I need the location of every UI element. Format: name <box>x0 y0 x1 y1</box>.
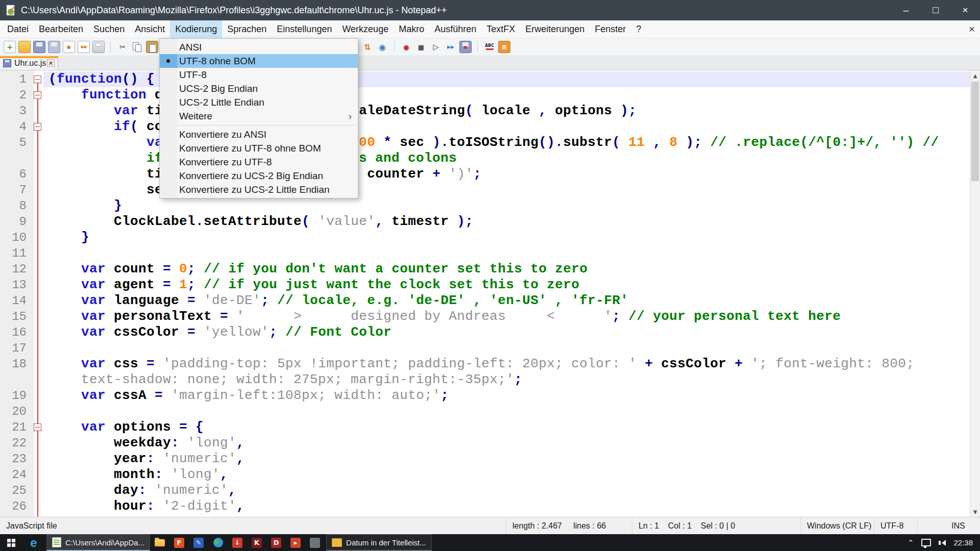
editor[interactable]: 1(function() {2 function displayTime() {… <box>0 70 980 517</box>
close-button[interactable]: × <box>950 0 980 20</box>
tool-app-icon[interactable] <box>305 534 325 551</box>
close-document-icon[interactable]: × <box>969 23 975 35</box>
menu-einstellungen[interactable]: Einstellungen <box>272 20 337 38</box>
d-app-icon[interactable]: D <box>266 534 286 551</box>
code-row[interactable]: 10 } <box>0 230 980 245</box>
menu-item-konvertiere-zu-ansi[interactable]: Konvertiere zu ANSI <box>160 128 358 141</box>
stop-macro-icon[interactable]: ■ <box>415 41 427 53</box>
save-all-icon[interactable] <box>48 41 60 53</box>
menu-werkzeuge[interactable]: Werkzeuge <box>337 20 394 38</box>
menu-item-konvertiere-zu-utf-8[interactable]: Konvertiere zu UTF-8 <box>160 155 358 169</box>
menu-item-weitere[interactable]: Weitere› <box>160 109 358 123</box>
code-row[interactable]: 25 day: 'numeric', <box>0 483 980 498</box>
taskbar-window-notepadpp[interactable]: C:\Users\Andi\AppDa... <box>46 534 150 551</box>
copy-icon[interactable] <box>131 41 143 53</box>
firefox-icon[interactable]: F <box>169 534 189 551</box>
menu-[interactable]: ? <box>631 20 646 38</box>
code-row[interactable]: 26 hour: '2-digit', <box>0 498 980 514</box>
menu-item-konvertiere-zu-ucs-2-little-endian[interactable]: Konvertiere zu UCS-2 Little Endian <box>160 183 358 196</box>
menu-textfx[interactable]: TextFX <box>481 20 520 38</box>
pen-app-icon[interactable]: ✎ <box>189 534 208 551</box>
menu-fenster[interactable]: Fenster <box>590 20 631 38</box>
menu-item-ucs-2-little-endian[interactable]: UCS-2 Little Endian <box>160 95 358 109</box>
code-row[interactable]: 6 timestr = timestr + ' (' + counter + '… <box>0 166 980 182</box>
scroll-down-icon[interactable]: ▼ <box>970 507 980 517</box>
minimize-button[interactable]: – <box>891 0 921 20</box>
run-macro-multiple-icon[interactable]: ▶▶ <box>445 41 457 53</box>
new-file-icon[interactable]: + <box>4 41 16 53</box>
code-row[interactable]: 24 month: 'long', <box>0 467 980 483</box>
tab-close-icon[interactable]: × <box>47 59 55 67</box>
code-row[interactable]: 18 var css = 'padding-top: 5px !importan… <box>0 356 980 372</box>
volume-icon[interactable] <box>939 540 946 546</box>
start-button[interactable] <box>0 534 22 551</box>
status-encoding[interactable]: UTF-8 <box>874 517 918 534</box>
status-eol-format[interactable]: Windows (CR LF) <box>801 517 874 534</box>
save-macro-icon[interactable]: ● <box>459 41 472 53</box>
code-row[interactable]: 21 var options = { <box>0 419 980 435</box>
code-row[interactable]: 15 var personalText = ' > designed by An… <box>0 309 980 324</box>
menu-suchen[interactable]: Suchen <box>88 20 130 38</box>
media-app-icon[interactable]: ▸ <box>286 534 305 551</box>
menu-ausf-hren[interactable]: Ausführen <box>429 20 481 38</box>
taskbar-window-datum[interactable]: Datum in der Titelleist... <box>326 534 432 551</box>
code-row[interactable]: if you want to strip zeroes and colons <box>0 151 980 166</box>
download-icon[interactable]: ↓ <box>228 534 247 551</box>
record-macro-icon[interactable]: ● <box>400 41 412 53</box>
cut-icon[interactable]: ✂ <box>116 41 129 53</box>
open-file-icon[interactable] <box>18 41 31 53</box>
code-row[interactable]: 7 sec = sec + 1; <box>0 182 980 198</box>
menu-bearbeiten[interactable]: Bearbeiten <box>34 20 88 38</box>
code-row[interactable]: 5 var timestr = new Date( 1000 * sec ).t… <box>0 135 980 151</box>
code-row[interactable]: 8 } <box>0 198 980 214</box>
print-icon[interactable] <box>92 41 105 53</box>
folder-icon[interactable] <box>150 534 169 551</box>
code-row[interactable]: 4 if( count == 1 ) { <box>0 119 980 135</box>
vertical-scrollbar[interactable]: ▲ ▼ <box>970 70 980 517</box>
code-row[interactable]: 12 var count = 0; // if you don't want a… <box>0 261 980 277</box>
close-file-icon[interactable]: ● <box>63 41 75 53</box>
k-app-icon[interactable]: K <box>247 534 266 551</box>
code-row[interactable]: 11 <box>0 245 980 261</box>
globe-icon[interactable] <box>208 534 228 551</box>
menu-item-ucs-2-big-endian[interactable]: UCS-2 Big Endian <box>160 82 358 95</box>
code-row[interactable]: text-shadow: none; width: 275px; margin-… <box>0 372 980 388</box>
taskbar-clock[interactable]: 22:38 <box>953 538 973 547</box>
spell-check-icon[interactable]: ABC <box>483 41 496 53</box>
code-row[interactable]: 19 var cssA = 'margin-left:108px; width:… <box>0 388 980 404</box>
save-icon[interactable] <box>33 41 45 53</box>
code-row[interactable]: 22 weekday: 'long', <box>0 435 980 451</box>
fold-collapse-icon[interactable] <box>34 76 41 83</box>
menu-makro[interactable]: Makro <box>394 20 429 38</box>
fold-collapse-icon[interactable] <box>34 123 41 131</box>
fold-collapse-icon[interactable] <box>34 423 41 431</box>
menu-ansicht[interactable]: Ansicht <box>130 20 170 38</box>
paste-icon[interactable] <box>146 41 158 53</box>
menu-item-konvertiere-zu-ucs-2-big-endian[interactable]: Konvertiere zu UCS-2 Big Endian <box>160 169 358 183</box>
sync-scroll-icon[interactable]: ⇅ <box>361 41 374 53</box>
code-row[interactable]: 14 var language = 'de-DE'; // locale, e.… <box>0 293 980 309</box>
close-all-icon[interactable]: ●● <box>78 41 90 53</box>
fold-collapse-icon[interactable] <box>34 91 41 99</box>
all-chars-icon[interactable]: ◉ <box>376 41 388 53</box>
network-icon[interactable] <box>921 539 931 546</box>
tab-uhr-uc-js[interactable]: Uhr.uc.js × <box>0 56 58 70</box>
menu-sprachen[interactable]: Sprachen <box>222 20 272 38</box>
code-row[interactable]: 13 var agent = 1; // if you just want th… <box>0 277 980 293</box>
maximize-button[interactable]: □ <box>921 0 950 20</box>
function-list-icon[interactable]: ≡ <box>498 41 510 53</box>
tray-chevron-up-icon[interactable]: ⌃ <box>908 538 914 547</box>
code-row[interactable]: 16 var cssColor = 'yellow'; // Font Colo… <box>0 324 980 340</box>
menu-item-konvertiere-zu-utf-8-ohne-bom[interactable]: Konvertiere zu UTF-8 ohne BOM <box>160 141 358 155</box>
scroll-up-icon[interactable]: ▲ <box>970 70 980 81</box>
menu-item-ansi[interactable]: ANSI <box>160 40 358 54</box>
scrollbar-thumb[interactable] <box>971 82 979 181</box>
play-macro-icon[interactable]: ▷ <box>430 41 442 53</box>
edge-icon[interactable]: e <box>22 534 45 551</box>
code-row[interactable]: 1(function() { <box>0 71 980 87</box>
code-row[interactable]: 2 function displayTime() { <box>0 87 980 103</box>
code-row[interactable]: 3 var timestr = new Date().toLocaleDateS… <box>0 103 980 119</box>
code-row[interactable]: 17 <box>0 340 980 356</box>
menu-item-utf-8-ohne-bom[interactable]: UTF-8 ohne BOM <box>160 54 358 68</box>
menu-kodierung[interactable]: Kodierung <box>170 20 222 38</box>
